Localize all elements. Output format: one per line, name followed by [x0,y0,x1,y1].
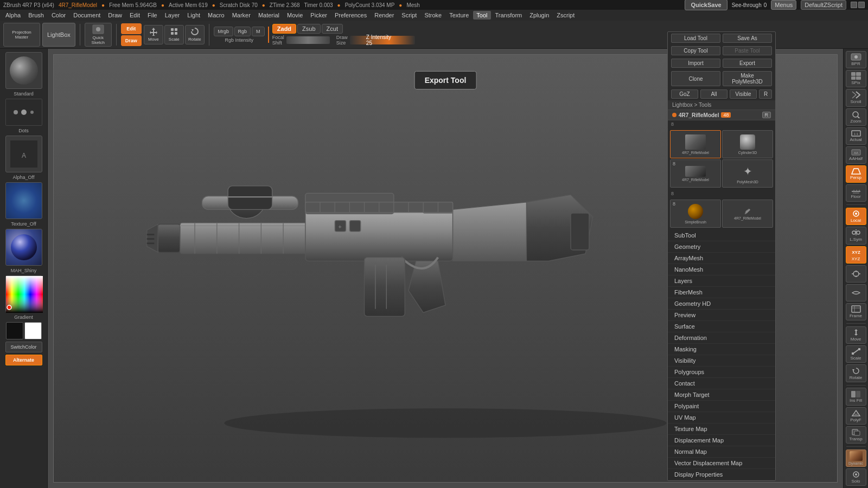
swatch-white[interactable] [24,322,42,339]
mrgb-button[interactable]: Mrgb [214,27,233,36]
menu-zplugin[interactable]: Zplugin [526,11,552,20]
menu-alpha[interactable]: Alpha [2,11,24,20]
lightbox-button[interactable]: LightBox [42,23,75,47]
menu-movie[interactable]: Movie [284,11,306,20]
m-button[interactable]: M [252,27,265,36]
menu-texture-map[interactable]: Texture Map [668,423,775,435]
bpr-button[interactable]: BPR [846,51,866,68]
export-button[interactable]: Export [723,59,772,68]
menu-polypaint[interactable]: Polypaint [668,401,775,412]
menu-tool[interactable]: Tool [473,11,490,20]
menu-render[interactable]: Render [371,11,397,20]
tool-thumb-cylinder[interactable]: Cylinder3D [722,130,773,158]
menu-polygroups[interactable]: Polygroups [668,367,775,378]
alpha-preview[interactable]: A [5,136,42,172]
zoom-button[interactable]: Zoom [846,108,866,126]
menu-file[interactable]: File [144,11,161,20]
menu-material[interactable]: Material [255,11,283,20]
scale-button[interactable]: Scale [164,25,184,44]
menu-document[interactable]: Document [70,11,104,20]
menu-uv-map[interactable]: UV Map [668,412,775,423]
save-as-button[interactable]: Save As [723,34,772,43]
menu-brush[interactable]: Brush [25,11,47,20]
goz-button[interactable]: GoZ [671,89,698,99]
tool-thumb-rifle-2[interactable]: 8 4R7_RifleModel [670,159,721,188]
make-polymesh-button[interactable]: Make PolyMesh3D [723,71,772,86]
z-intensity-slider[interactable]: Z Intensity 25 [350,36,415,44]
zsub-button[interactable]: Zsub [297,24,320,34]
actual-button[interactable]: 1:1 Actual [846,127,866,145]
menu-fibermesh[interactable]: FiberMesh [668,287,775,298]
menu-layers[interactable]: Layers [668,275,775,287]
window-resize-1[interactable] [851,2,857,8]
r-button-1[interactable]: R [759,89,772,99]
menu-light[interactable]: Light [184,11,203,20]
rotate-button[interactable]: Rotate [185,25,205,44]
spix-button[interactable]: SPix [846,70,866,87]
menu-vector-displacement[interactable]: Vector Displacement Map [668,458,775,469]
menu-subtool[interactable]: SubTool [668,230,775,241]
menus-button[interactable]: Menus [771,0,796,10]
defaultzscript-button[interactable]: DefaultZScript [801,0,846,10]
quick-sketch-button[interactable]: QuickSketch [85,23,112,47]
tool-thumb-simplebrush[interactable]: 8 SimpleBrush [670,200,721,228]
projection-master-button[interactable]: ProjectionMaster [3,23,40,47]
menu-normal-map[interactable]: Normal Map [668,446,775,458]
lsym-button[interactable]: L.Sym [846,227,866,244]
all-button[interactable]: All [700,89,727,99]
menu-picker[interactable]: Picker [307,11,330,20]
quicksave-button[interactable]: QuickSave [685,0,727,10]
menu-transform[interactable]: Transform [492,11,526,20]
persp-button[interactable]: Persp [846,165,866,183]
menu-draw[interactable]: Draw [105,11,125,20]
zcut-button[interactable]: Zcut [322,24,343,34]
tool-thumb-polymesh[interactable]: ✦ PolyMesh3D [722,159,773,188]
xyz-button[interactable]: XYZ XYZ [846,246,866,264]
menu-displacement-map[interactable]: Displacement Map [668,435,775,446]
edit-button[interactable]: Edit [121,23,142,34]
load-tool-button[interactable]: Load Tool [671,34,720,43]
visible-button[interactable]: Visible [730,89,757,99]
import-button[interactable]: Import [671,59,720,68]
menu-preview[interactable]: Preview [668,310,775,321]
current-model-row[interactable]: 4R7_RifleModel 48 R [668,110,775,120]
window-resize-2[interactable] [858,2,865,8]
focal-shift-slider[interactable] [286,36,330,44]
snap-button[interactable] [846,265,866,282]
insfill-button[interactable]: Ins Fill [846,388,866,405]
paste-tool-button[interactable]: Paste Tool [723,46,772,55]
menu-layer[interactable]: Layer [162,11,183,20]
menu-deformation[interactable]: Deformation [668,332,775,344]
menu-color[interactable]: Color [48,11,69,20]
menu-zscript[interactable]: Zscript [553,11,578,20]
material-preview[interactable] [5,229,42,266]
rotate-fr-button[interactable]: Rotate [846,364,866,382]
r-badge-2[interactable]: R [762,112,771,118]
scale-fr-button[interactable]: Scale [846,345,866,363]
solo-button[interactable]: Solo [846,468,866,486]
tool-thumb-rifle-1[interactable]: 4R7_RifleModel [670,130,721,158]
move-fr-button[interactable]: Move [846,326,866,344]
scroll-button[interactable]: Scroll [846,89,866,106]
alternate-button[interactable]: Alternate [5,355,42,365]
draw-button[interactable]: Draw [121,35,142,46]
menu-surface[interactable]: Surface [668,321,775,332]
aahalf-button[interactable]: AA AAHalf [846,146,866,164]
sym-button[interactable] [846,284,866,301]
dynamic-swatch[interactable]: Dynamic [846,450,866,467]
polyf-button[interactable]: PolyF [846,407,866,425]
color-picker-swatch[interactable] [5,275,42,312]
menu-display-properties[interactable]: Display Properties [668,469,775,480]
menu-geometry-hd[interactable]: Geometry HD [668,298,775,310]
menu-macro[interactable]: Macro [205,11,228,20]
menu-contact[interactable]: Contact [668,378,775,389]
menu-edit[interactable]: Edit [126,11,143,20]
frame-button[interactable]: Frame [846,303,866,320]
menu-nanomesh[interactable]: NanoMesh [668,264,775,275]
menu-visibility[interactable]: Visibility [668,355,775,367]
menu-masking[interactable]: Masking [668,344,775,355]
floor-button[interactable]: Floor [846,184,866,202]
texture-preview[interactable] [5,182,42,219]
tool-thumb-rifle-3[interactable]: 4R7_RifleModel [722,200,773,228]
menu-preferences[interactable]: Preferences [331,11,370,20]
